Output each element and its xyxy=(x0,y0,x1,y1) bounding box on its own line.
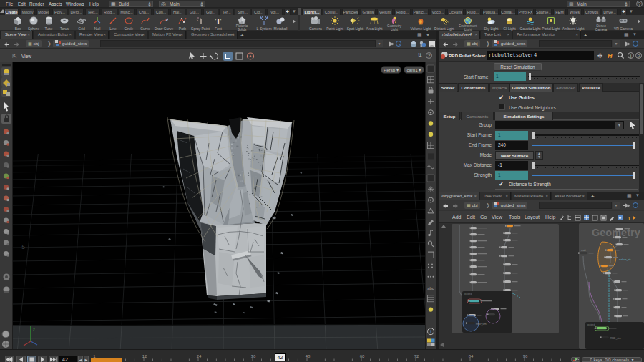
svg-text:Font: Font xyxy=(215,26,223,31)
svg-text:Path: Path xyxy=(179,26,187,31)
svg-text:Circle: Circle xyxy=(125,26,134,31)
svg-text:guided: guided xyxy=(587,323,595,326)
svg-text:Caustic Light: Caustic Light xyxy=(520,26,542,31)
svg-text:Camera: Camera xyxy=(309,26,322,31)
svg-text:Tube: Tube xyxy=(44,26,52,31)
svg-text:Portal Light: Portal Light xyxy=(542,26,560,31)
svg-text:L-System: L-System xyxy=(256,26,271,31)
svg-text:Point Light: Point Light xyxy=(326,26,343,31)
svg-text:Sky Light: Sky Light xyxy=(484,26,499,31)
svg-text:Torus: Torus xyxy=(60,26,69,31)
svg-text:Box: Box xyxy=(15,26,21,31)
svg-text:Ambient Light: Ambient Light xyxy=(562,26,585,31)
svg-text:Volume Light: Volume Light xyxy=(411,26,432,31)
svg-text:y: y xyxy=(33,326,35,331)
svg-text:Sphere: Sphere xyxy=(28,26,39,31)
svg-text:Distant Light: Distant Light xyxy=(434,26,454,31)
svg-text:guided: guided xyxy=(464,293,472,295)
svg-text:RBD_sim: RBD_sim xyxy=(476,323,487,326)
svg-text:Spot Light: Spot Light xyxy=(347,26,364,31)
svg-text:Area Light: Area Light xyxy=(366,26,383,31)
svg-text:surface_pts: surface_pts xyxy=(619,258,631,261)
svg-text:RBD_sim: RBD_sim xyxy=(610,337,621,340)
svg-text:Line: Line xyxy=(109,26,117,31)
svg-text:i: i xyxy=(430,329,431,334)
svg-text:Null: Null xyxy=(94,26,101,31)
svg-text:1: 1 xyxy=(628,215,631,222)
svg-text:T: T xyxy=(215,16,221,26)
svg-text:Curve: Curve xyxy=(140,26,150,31)
svg-text:Metaball: Metaball xyxy=(274,26,288,31)
svg-text:Grid: Grid xyxy=(78,26,85,31)
svg-text:Draw Curve: Draw Curve xyxy=(155,26,174,31)
svg-text:abc: abc xyxy=(427,286,434,290)
svg-text:sroft: sroft xyxy=(581,249,586,252)
svg-text:GI Light: GI Light xyxy=(503,26,516,31)
svg-text:Spray Paint: Spray Paint xyxy=(191,26,210,31)
svg-text:VR Camera: VR Camera xyxy=(614,26,633,31)
